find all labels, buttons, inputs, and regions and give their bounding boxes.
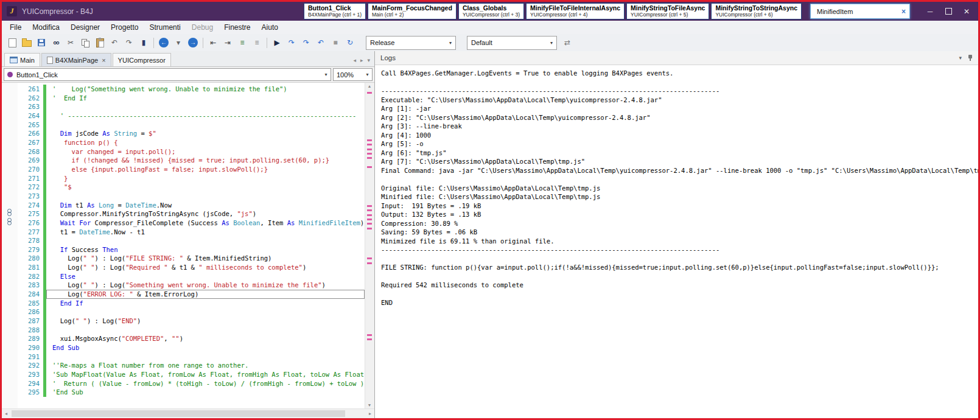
menu-item-aiuto[interactable]: Aiuto bbox=[256, 21, 284, 34]
menu-item-modifica[interactable]: Modifica bbox=[27, 21, 65, 34]
indent-icon[interactable]: ⇥ bbox=[221, 36, 234, 49]
open-project-icon[interactable] bbox=[20, 36, 33, 49]
copy-icon[interactable] bbox=[79, 36, 92, 49]
code-text[interactable]: } bbox=[46, 174, 365, 183]
quick-tab[interactable]: MinifyFileToFileInternalAsyncYUICompress… bbox=[526, 3, 625, 19]
event-link-icon[interactable] bbox=[7, 209, 13, 217]
code-text[interactable]: xui.MsgboxAsync("COMPLETED", "") bbox=[46, 334, 365, 343]
menu-item-strumenti[interactable]: Strumenti bbox=[144, 21, 186, 34]
cut-icon[interactable]: ✂ bbox=[64, 36, 77, 49]
tab-main[interactable]: Main bbox=[4, 53, 40, 66]
editor-icon-margin[interactable] bbox=[2, 83, 18, 408]
quick-search-input[interactable] bbox=[816, 7, 900, 16]
code-text[interactable]: Log("ERROR LOG: " & Item.ErrorLog) bbox=[46, 290, 365, 299]
quick-tab[interactable]: MinifyStringToFileAsyncYUICompressor (ct… bbox=[626, 3, 709, 19]
code-text[interactable]: Else bbox=[46, 272, 365, 281]
minimize-button[interactable]: ─ bbox=[921, 4, 939, 19]
horizontal-scrollbar[interactable]: ◂ ▸ bbox=[2, 408, 374, 418]
event-link-icon[interactable] bbox=[7, 218, 13, 226]
step-over-icon[interactable]: ↷ bbox=[285, 36, 298, 49]
scrollbar-thumb[interactable] bbox=[12, 410, 345, 417]
code-text[interactable] bbox=[46, 326, 365, 335]
menu-item-progetto[interactable]: Progetto bbox=[105, 21, 144, 34]
back-history-dropdown-icon[interactable]: ▾ bbox=[172, 36, 185, 49]
code-text[interactable]: ''Re-maps a Float number from one range … bbox=[46, 361, 365, 370]
quick-tab[interactable]: Button1_ClickB4XMainPage (ctrl + 1) bbox=[304, 3, 366, 19]
code-text[interactable]: Wait For Compressor_FileComplete (Succes… bbox=[46, 219, 365, 228]
code-text[interactable]: If Success Then bbox=[46, 245, 365, 254]
redo-icon[interactable]: ↷ bbox=[122, 36, 136, 49]
navigate-forward-icon[interactable]: → bbox=[186, 36, 200, 49]
pin-icon[interactable] bbox=[967, 54, 973, 62]
menu-item-debug[interactable]: Debug bbox=[186, 21, 219, 34]
bookmark-icon[interactable]: ▮ bbox=[137, 36, 150, 49]
scroll-up-icon[interactable]: ▲ bbox=[365, 84, 374, 88]
code-text[interactable]: Log(" ") : Log("Required " & t1 & " mill… bbox=[46, 263, 365, 272]
scroll-left-icon[interactable]: ◂ bbox=[2, 409, 10, 418]
code-text[interactable]: t1 = DateTime.Now - t1 bbox=[46, 228, 365, 237]
code-text[interactable] bbox=[46, 192, 365, 201]
resume-icon[interactable]: ↻ bbox=[343, 36, 357, 49]
code-text[interactable] bbox=[46, 121, 365, 130]
code-text[interactable]: Dim t1 As Long = DateTime.Now bbox=[46, 201, 365, 210]
paste-icon[interactable] bbox=[93, 36, 107, 49]
menu-item-finestre[interactable]: Finestre bbox=[219, 21, 256, 34]
stop-icon[interactable]: ■ bbox=[329, 36, 342, 49]
code-text[interactable]: ' Return ( (Value - fromLow) * (toHigh -… bbox=[46, 379, 365, 388]
code-text[interactable]: 'Sub MapFloat(Value As Float, fromLow As… bbox=[46, 370, 365, 379]
step-into-icon[interactable]: ↷ bbox=[299, 36, 313, 49]
run-configuration-select[interactable]: Default ▾ bbox=[467, 36, 557, 50]
vertical-scrollbar[interactable]: ▲ ▼ bbox=[365, 83, 374, 408]
tab-list-dropdown-icon[interactable]: ▾ bbox=[367, 57, 370, 63]
build-configuration-select[interactable]: Release ▾ bbox=[366, 36, 456, 50]
menu-item-file[interactable]: File bbox=[4, 21, 27, 34]
code-text[interactable]: Log(" ") : Log("END") bbox=[46, 317, 365, 326]
close-button[interactable]: ✕ bbox=[957, 4, 976, 19]
configuration-switch-icon[interactable]: ⇄ bbox=[561, 36, 574, 49]
code-text[interactable] bbox=[46, 352, 365, 362]
code-text[interactable]: End If bbox=[46, 299, 365, 308]
code-text[interactable]: End Sub bbox=[46, 343, 365, 352]
outdent-icon[interactable]: ⇤ bbox=[206, 36, 220, 49]
comment-icon[interactable]: ≡ bbox=[236, 36, 249, 49]
save-icon[interactable] bbox=[35, 36, 48, 49]
code-text[interactable]: ' Log("Something went wrong. Unable to m… bbox=[46, 85, 365, 94]
code-text[interactable]: ' End If bbox=[46, 94, 365, 103]
quick-tab[interactable]: MainForm_FocusChangedMain (ctrl + 2) bbox=[368, 3, 457, 19]
code-text[interactable] bbox=[46, 102, 365, 111]
scroll-tabs-left-icon[interactable]: ◂ bbox=[353, 57, 356, 63]
maximize-button[interactable] bbox=[939, 4, 957, 19]
undo-icon[interactable]: ↶ bbox=[108, 36, 121, 49]
zoom-selector[interactable]: 100% ▾ bbox=[333, 68, 373, 81]
code-text[interactable]: 'End Sub bbox=[46, 388, 365, 397]
menu-item-designer[interactable]: Designer bbox=[65, 21, 105, 34]
code-text[interactable]: "$ bbox=[46, 183, 365, 192]
code-text[interactable]: Log(" ") : Log("FILE STRING: " & Item.Mi… bbox=[46, 254, 365, 263]
quick-tab[interactable]: Class_GlobalsYUICompressor (ctrl + 3) bbox=[458, 3, 524, 19]
scroll-tabs-right-icon[interactable]: ▸ bbox=[360, 57, 363, 63]
code-text[interactable]: if (!changed && !missed) {missed = true;… bbox=[46, 156, 365, 165]
quick-tab[interactable]: MinifyStringToStringAsyncYUICompressor (… bbox=[711, 3, 802, 19]
code-text[interactable]: function p() { bbox=[46, 138, 365, 147]
code-text[interactable]: else {input.pollingFast = false; input.s… bbox=[46, 165, 365, 174]
scroll-right-icon[interactable]: ▸ bbox=[366, 409, 374, 418]
quick-search-box[interactable]: × bbox=[810, 4, 910, 19]
new-file-icon[interactable] bbox=[5, 36, 19, 49]
code-text[interactable]: Dim jsCode As String = $" bbox=[46, 129, 365, 138]
uncomment-icon[interactable]: ≡ bbox=[250, 36, 264, 49]
close-tab-icon[interactable]: × bbox=[102, 57, 105, 64]
tab-yuicompressor[interactable]: YUICompressor bbox=[113, 53, 171, 66]
scroll-down-icon[interactable]: ▼ bbox=[365, 403, 374, 407]
tab-b4xmainpage[interactable]: B4XMainPage× bbox=[41, 53, 111, 66]
navigate-back-icon[interactable]: ← bbox=[157, 36, 170, 49]
code-text[interactable]: Compressor.MinifyStringToStringAsync (js… bbox=[46, 209, 365, 219]
find-icon[interactable]: oo bbox=[49, 36, 63, 49]
code-text[interactable]: ' --------------------------------------… bbox=[46, 111, 365, 121]
step-out-icon[interactable]: ↶ bbox=[314, 36, 327, 49]
panel-menu-dropdown-icon[interactable]: ▾ bbox=[959, 55, 962, 61]
code-text[interactable]: Log(" ") : Log("Something went wrong. Un… bbox=[46, 281, 365, 290]
code-text[interactable] bbox=[46, 236, 365, 245]
run-icon[interactable]: ▶ bbox=[270, 36, 284, 49]
search-clear-icon[interactable]: × bbox=[900, 7, 907, 16]
code-text[interactable]: var changed = input.poll(); bbox=[46, 147, 365, 156]
